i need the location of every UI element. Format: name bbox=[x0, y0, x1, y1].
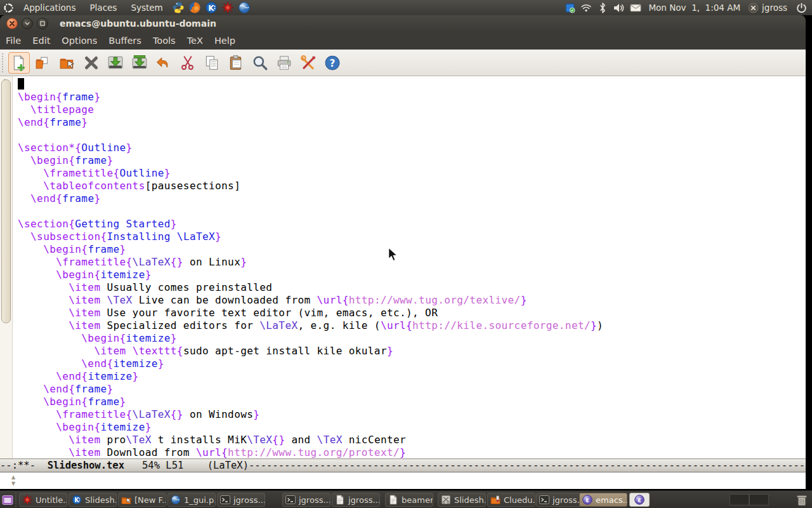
task-button-slidesh[interactable]: Slidesh... bbox=[438, 493, 486, 507]
task-button-beamer[interactable]: beamer... bbox=[385, 493, 433, 507]
code-line: \end{frame} bbox=[18, 192, 603, 205]
code-line: \begin{itemize} bbox=[18, 421, 603, 434]
modeline-filler: ----------------------------------------… bbox=[249, 460, 806, 471]
task-label: jgross... bbox=[299, 495, 331, 505]
scrollbar-thumb[interactable] bbox=[1, 79, 11, 323]
menu-options[interactable]: Options bbox=[56, 32, 103, 50]
document-icon bbox=[388, 495, 398, 505]
copy-icon[interactable] bbox=[201, 52, 223, 74]
top-panel-left: ApplicationsPlacesSystem K bbox=[0, 0, 252, 15]
cut-icon[interactable] bbox=[177, 52, 199, 74]
power-icon[interactable] bbox=[796, 2, 807, 13]
mathematica-icon[interactable] bbox=[221, 1, 235, 15]
vertical-scrollbar[interactable]: ▲ bbox=[0, 76, 13, 458]
ubuntu-logo-icon[interactable] bbox=[1, 1, 15, 15]
file-manager-icon bbox=[121, 495, 131, 505]
bluetooth-icon[interactable] bbox=[597, 2, 608, 13]
print-icon[interactable] bbox=[273, 52, 295, 74]
terminal-icon bbox=[539, 495, 549, 505]
menu-tex[interactable]: TeX bbox=[181, 32, 209, 50]
clock[interactable]: Mon Nov 1, 1:04 AM bbox=[648, 3, 740, 13]
task-button-jgross[interactable]: jgross... bbox=[332, 493, 380, 507]
dropbox-icon[interactable] bbox=[564, 2, 575, 13]
search-icon[interactable] bbox=[249, 52, 271, 74]
minibuffer-scroll-down-icon[interactable]: ▼ bbox=[11, 481, 15, 486]
task-label: [New F... bbox=[134, 495, 166, 505]
save-as-icon[interactable] bbox=[129, 52, 150, 74]
mail-icon[interactable] bbox=[630, 2, 641, 13]
code-line: \item \TeX Live can be downloaded from \… bbox=[18, 294, 603, 307]
firefox-icon[interactable] bbox=[188, 1, 202, 15]
task-button-cluedu[interactable]: Cluedu... bbox=[487, 493, 535, 507]
close-icon[interactable] bbox=[6, 18, 18, 29]
task-label: jgross... bbox=[233, 495, 265, 505]
text-cursor bbox=[18, 78, 24, 90]
paste-icon[interactable] bbox=[225, 52, 247, 74]
undo-icon[interactable] bbox=[153, 52, 174, 74]
open-folder-icon[interactable] bbox=[56, 52, 78, 74]
code-line: \item Use your favorite text editor (vim… bbox=[18, 307, 603, 319]
task-button-jgross[interactable]: jgross... bbox=[536, 493, 584, 507]
close-buffer-icon[interactable] bbox=[81, 52, 102, 74]
modeline-mode[interactable]: (LaTeX) bbox=[207, 460, 249, 471]
user-name: jgross bbox=[762, 3, 787, 13]
workspace-switcher[interactable] bbox=[730, 494, 769, 505]
titlebar[interactable]: emacs@ubuntu.ubuntu-domain bbox=[0, 15, 806, 32]
code-area[interactable]: \begin{frame} \titlepage\end{frame}\sect… bbox=[18, 78, 603, 459]
kile-icon[interactable]: K bbox=[204, 1, 218, 15]
toolbar-handle[interactable] bbox=[2, 53, 7, 72]
emacs-icon: ε bbox=[634, 495, 645, 505]
toolbar: ? bbox=[0, 50, 806, 76]
code-line: \frametitle{\LaTeX{} on Windows} bbox=[18, 408, 603, 421]
user-menu[interactable]: jgross bbox=[747, 2, 787, 13]
kile-icon: K bbox=[72, 495, 82, 505]
preferences-icon[interactable] bbox=[298, 52, 319, 74]
task-button-emacs[interactable]: εemacs... bbox=[579, 493, 627, 507]
trash-icon[interactable] bbox=[794, 493, 809, 507]
save-icon[interactable] bbox=[105, 52, 126, 74]
workspace-cell[interactable] bbox=[730, 494, 749, 505]
menu-tools[interactable]: Tools bbox=[147, 32, 181, 50]
task-label: beamer... bbox=[402, 495, 433, 505]
show-desktop-icon[interactable] bbox=[1, 493, 16, 507]
task-button--new-f[interactable]: [New F... bbox=[118, 493, 166, 507]
volume-icon[interactable] bbox=[613, 2, 625, 13]
modeline-flags: --:**- bbox=[0, 460, 48, 471]
svg-text:K: K bbox=[74, 497, 79, 504]
maximize-icon[interactable] bbox=[37, 18, 48, 29]
code-line: \titlepage bbox=[18, 104, 603, 116]
editor-buffer[interactable]: ▲ \begin{frame} \titlepage\end{frame}\se… bbox=[0, 76, 806, 458]
task-label: Slidesh... bbox=[85, 495, 117, 505]
panel-menu-applications[interactable]: Applications bbox=[16, 0, 82, 15]
code-line bbox=[18, 78, 603, 91]
svg-text:ε: ε bbox=[586, 497, 589, 504]
minibuffer-scroll-up-icon[interactable]: ▲ bbox=[11, 474, 15, 480]
new-file-icon[interactable] bbox=[8, 52, 30, 74]
python-icon[interactable] bbox=[171, 1, 185, 15]
menu-edit[interactable]: Edit bbox=[27, 32, 56, 50]
folder-marker-icon bbox=[490, 495, 501, 505]
workspace-cell[interactable] bbox=[749, 494, 769, 505]
task-button-icon[interactable]: ε bbox=[629, 493, 650, 507]
panel-menu-system[interactable]: System bbox=[124, 0, 169, 15]
menu-file[interactable]: File bbox=[0, 32, 27, 50]
open-file-icon[interactable] bbox=[32, 52, 54, 74]
menu-help[interactable]: Help bbox=[209, 32, 241, 50]
task-button-untitle[interactable]: Untitle... bbox=[19, 493, 67, 507]
code-line: \begin{frame} bbox=[18, 243, 603, 256]
minimize-icon[interactable] bbox=[22, 18, 33, 29]
panel-menu-places[interactable]: Places bbox=[82, 0, 124, 15]
task-button-jgross[interactable]: jgross... bbox=[217, 493, 265, 507]
browser-icon[interactable] bbox=[237, 1, 251, 15]
echo-area[interactable]: ▲ ▼ bbox=[0, 472, 806, 489]
task-button-slidesh[interactable]: KSlidesh... bbox=[69, 493, 117, 507]
wifi-icon[interactable] bbox=[580, 2, 592, 13]
code-line: \item Download from \url{http://www.tug.… bbox=[18, 446, 603, 459]
modeline-position: 54% L51 bbox=[124, 460, 207, 471]
user-status-icon bbox=[747, 2, 759, 13]
terminal-icon bbox=[285, 495, 296, 505]
help-icon[interactable]: ? bbox=[322, 52, 343, 74]
menu-buffers[interactable]: Buffers bbox=[103, 32, 147, 50]
task-button-1-gui-p[interactable]: 1_gui.p... bbox=[167, 493, 216, 507]
task-button-jgross[interactable]: jgross... bbox=[282, 493, 331, 507]
